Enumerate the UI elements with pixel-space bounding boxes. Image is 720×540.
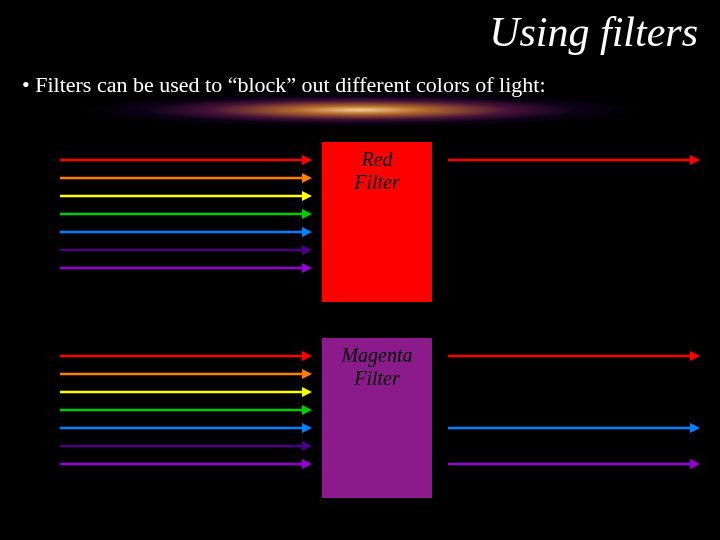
svg-marker-7 [302, 209, 312, 219]
svg-marker-5 [302, 191, 312, 201]
svg-marker-35 [690, 459, 700, 469]
svg-marker-13 [302, 263, 312, 273]
svg-marker-9 [302, 227, 312, 237]
svg-marker-21 [302, 387, 312, 397]
svg-marker-3 [302, 173, 312, 183]
svg-marker-15 [690, 155, 700, 165]
svg-marker-25 [302, 423, 312, 433]
svg-marker-1 [302, 155, 312, 165]
svg-marker-29 [302, 459, 312, 469]
svg-marker-31 [690, 351, 700, 361]
ray-diagram [0, 0, 720, 540]
svg-marker-27 [302, 441, 312, 451]
svg-marker-11 [302, 245, 312, 255]
svg-marker-17 [302, 351, 312, 361]
svg-marker-19 [302, 369, 312, 379]
svg-marker-23 [302, 405, 312, 415]
svg-marker-33 [690, 423, 700, 433]
